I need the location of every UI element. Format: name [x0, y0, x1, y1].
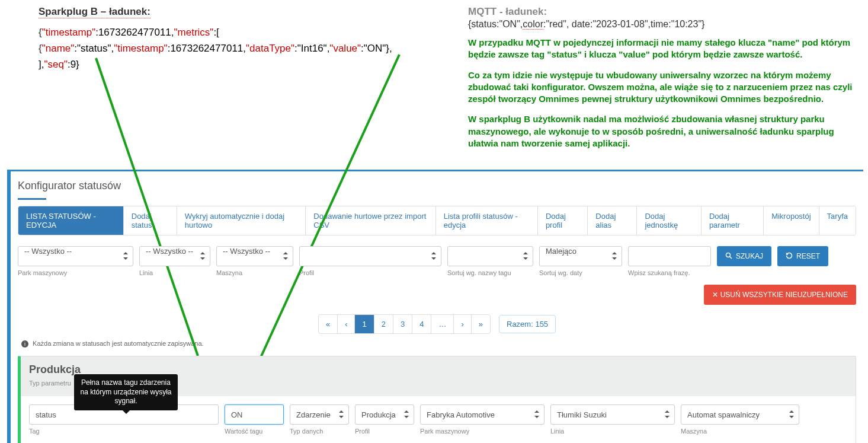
panel-title: Konfigurator statusów	[11, 171, 863, 198]
tab-dodaj-alias[interactable]: Dodaj alias	[588, 206, 637, 235]
tab-dodaj-status[interactable]: Dodaj status	[124, 206, 177, 235]
filter-linia-label: Linia	[139, 269, 210, 276]
filter-maszyna-select[interactable]: -- Wszystko --	[216, 246, 293, 266]
page-ellipsis: …	[431, 315, 454, 333]
tag-label: Tag	[29, 428, 219, 435]
tag-value-label: Wartość tagu	[225, 428, 284, 435]
maszyna-select[interactable]: Automat spawalniczy	[681, 404, 799, 425]
tab-dodaj-profil[interactable]: Dodaj profil	[538, 206, 588, 235]
filter-maszyna-label: Maszyna	[216, 269, 293, 276]
svg-point-2	[726, 253, 731, 257]
tag-value-input[interactable]: ON	[225, 404, 284, 425]
filter-sort-date-select[interactable]: Malejąco	[539, 246, 622, 266]
filter-sort-date-label: Sortuj wg. daty	[539, 269, 622, 276]
filter-phrase-input[interactable]	[628, 246, 711, 266]
total-count-badge: Razem: 155	[499, 315, 556, 333]
search-button[interactable]: SZUKAJ	[717, 246, 771, 266]
tag-tooltip: Pełna nazwa tagu zdarzenia na którym urz…	[74, 374, 178, 410]
page-4[interactable]: 4	[412, 315, 431, 333]
mqtt-heading: MQTT - ładunek:	[468, 6, 862, 18]
profil-label: Profil	[355, 428, 414, 435]
tab-dodaj-parametr[interactable]: Dodaj parametr	[702, 206, 764, 235]
filter-profil-label: Profil	[299, 269, 441, 276]
page-3[interactable]: 3	[393, 315, 412, 333]
linia-select[interactable]: Tłumiki Suzuki	[550, 404, 675, 425]
tab-import-csv[interactable]: Dodawanie hurtowe przez import CSV	[306, 206, 435, 235]
profil-select[interactable]: Produkcja	[355, 404, 414, 425]
mqtt-note-1: W przypadku MQTT w pojedynczej informacj…	[468, 37, 862, 61]
maszyna-label: Maszyna	[681, 428, 799, 435]
delete-all-empty-button[interactable]: ✕ USUŃ WSZSYTKIE NIEUZUPEŁNIONE	[704, 285, 856, 305]
filter-sort-tag-label: Sortuj wg. nazwy tagu	[447, 269, 533, 276]
page-2[interactable]: 2	[374, 315, 393, 333]
reset-icon	[786, 252, 793, 261]
filter-phrase-label: Wpisz szukaną frazę.	[628, 269, 711, 276]
tab-mikropostoj[interactable]: Mikropostój	[764, 206, 819, 235]
filter-profil-select[interactable]	[299, 246, 441, 266]
mqtt-json: {status:"ON",color:"red", date:"2023-01-…	[468, 19, 862, 30]
park-label: Park maszynowy	[420, 428, 544, 435]
autosave-note: i Każda zmiana w statusach jest automaty…	[11, 336, 863, 356]
data-type-label: Typ danych	[290, 428, 349, 435]
filter-park-label: Park maszynowy	[18, 269, 133, 276]
filter-linia-select[interactable]: -- Wszystko --	[139, 246, 210, 266]
reset-button[interactable]: RESET	[777, 246, 828, 266]
tab-wykryj[interactable]: Wykryj automatycznie i dodaj hurtowo	[177, 206, 306, 235]
park-select[interactable]: Fabryka Automotive	[420, 404, 544, 425]
linia-label: Linia	[550, 428, 675, 435]
pagination: « ‹ 1 2 3 4 … › »	[318, 314, 491, 334]
filter-park-select[interactable]: -- Wszystko --	[18, 246, 133, 266]
page-first[interactable]: «	[319, 315, 338, 333]
tab-taryfa[interactable]: Taryfa	[819, 206, 856, 235]
tab-lista-statusow[interactable]: LISTA STATUSÓW - EDYCJA	[18, 206, 124, 235]
info-icon: i	[21, 340, 28, 348]
mqtt-note-3: W sparkplug B użytkownik nadal ma możlwi…	[468, 113, 862, 149]
tab-dodaj-jednostke[interactable]: Dodaj jednostkę	[637, 206, 701, 235]
mqtt-note-2: Co za tym idzie nie występuje tu wbudowa…	[468, 69, 862, 106]
page-next[interactable]: ›	[454, 315, 471, 333]
data-type-select[interactable]: Zdarzenie	[290, 404, 349, 425]
page-prev[interactable]: ‹	[338, 315, 355, 333]
svg-line-3	[730, 256, 732, 259]
sparkplug-heading: Sparkplug B – ładunek:	[39, 6, 150, 18]
search-icon	[725, 252, 732, 261]
tab-lista-profili[interactable]: Lista profili statusów - edycja	[436, 206, 538, 235]
sparkplug-json: {"timestamp":1673262477011,"metrics":[ {…	[39, 24, 468, 73]
page-last[interactable]: »	[472, 315, 490, 333]
tabs-bar: LISTA STATUSÓW - EDYCJA Dodaj status Wyk…	[18, 206, 856, 235]
filter-sort-tag-select[interactable]	[447, 246, 533, 266]
page-1[interactable]: 1	[355, 315, 374, 333]
